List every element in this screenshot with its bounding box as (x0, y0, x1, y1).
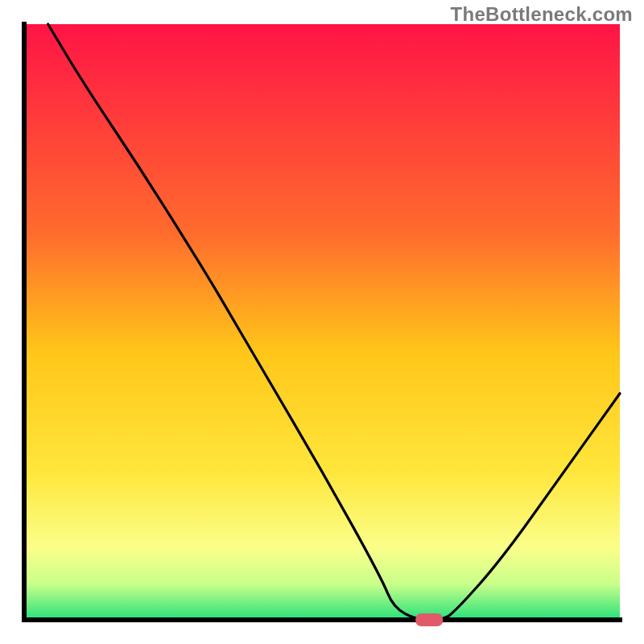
plot-background (24, 24, 620, 620)
optimal-marker (415, 613, 443, 626)
watermark-label: TheBottleneck.com (451, 3, 633, 26)
bottleneck-chart (0, 0, 644, 644)
chart-stage: TheBottleneck.com (0, 0, 644, 644)
